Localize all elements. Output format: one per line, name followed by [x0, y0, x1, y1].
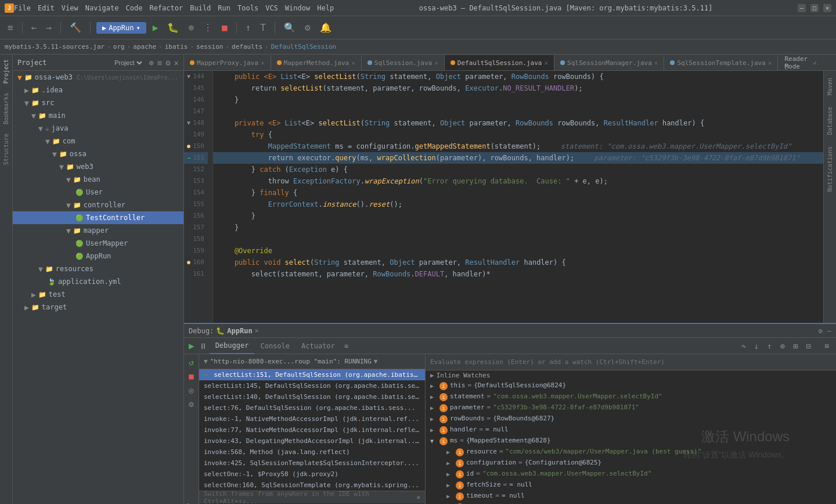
tab-close5[interactable]: ✕: [654, 59, 658, 67]
var-rowbounds[interactable]: ▶ i rowBounds = {RowBounds@6827}: [426, 413, 836, 424]
tab-close4[interactable]: ✕: [544, 59, 548, 67]
tree-item-resources[interactable]: ▼ 📁 resources: [13, 262, 183, 275]
tab-debugger[interactable]: Debugger: [210, 338, 255, 354]
debug-restore[interactable]: ⊟: [803, 340, 813, 352]
run-debug-btn[interactable]: 🐛: [164, 20, 182, 35]
tree-item-controller[interactable]: ▼ 📁 controller: [13, 199, 183, 211]
var-handler[interactable]: ▶ i handler = = null: [426, 424, 836, 435]
tree-item-mapper[interactable]: ▼ 📁 mapper: [13, 224, 183, 237]
menu-edit[interactable]: Edit: [38, 4, 55, 12]
run-button[interactable]: ▶ AppRun ▾: [96, 22, 146, 34]
breadcrumb-defaults[interactable]: defaults: [232, 43, 262, 51]
menu-help[interactable]: Help: [317, 4, 334, 12]
menu-navigate[interactable]: Navigate: [85, 4, 119, 12]
var-expand-icon10[interactable]: ▶: [446, 482, 453, 488]
debug-breakpoint[interactable]: ●: [187, 141, 190, 152]
run-dropdown-icon[interactable]: ▾: [136, 24, 140, 32]
tree-item-ossa[interactable]: ▼ 📁 ossa: [13, 147, 183, 160]
minimize-button[interactable]: —: [798, 4, 806, 12]
debug-mute-btn[interactable]: ◎: [188, 384, 194, 396]
fold-arrow[interactable]: ▼: [187, 71, 190, 82]
expression-input[interactable]: [430, 358, 831, 366]
tree-item-apprun[interactable]: 🟢 AppRun: [13, 250, 183, 262]
var-expand-icon6[interactable]: ▼: [430, 438, 437, 444]
tree-item-bean[interactable]: ▼ 📁 bean: [13, 173, 183, 186]
menu-file[interactable]: File: [14, 4, 31, 12]
frame-7[interactable]: invoke:568, Method (java.lang.reflect): [199, 447, 425, 458]
debug-resume-btn[interactable]: ▶: [186, 340, 197, 351]
run-play-btn[interactable]: ▶: [150, 20, 161, 35]
debug-step-over[interactable]: ↷: [738, 340, 748, 352]
toolbar-vcs-btn[interactable]: ↑: [243, 20, 254, 35]
tab-defaultsqlsession[interactable]: DefaultSqlSession.java ✕: [445, 55, 554, 70]
maven-label[interactable]: Maven: [826, 73, 834, 100]
debug-settings-icon[interactable]: ⚙: [819, 327, 823, 335]
toolbar-translate-btn[interactable]: T: [257, 20, 269, 35]
structure-label[interactable]: Structure: [2, 129, 10, 170]
var-expand-icon5[interactable]: ▶: [430, 427, 437, 433]
var-fetchsize[interactable]: ▶ i fetchSize = = null: [442, 480, 836, 491]
tab-sqlsessionmanager[interactable]: SqlSessionManager.java ✕: [554, 55, 664, 70]
debug-close-x[interactable]: ✕: [255, 327, 259, 334]
debug-step-into[interactable]: ↓: [752, 340, 761, 352]
sidebar-close-icon[interactable]: ✕: [174, 58, 179, 67]
tab-close6[interactable]: ✕: [768, 59, 772, 67]
tab-actuator[interactable]: Actuator: [296, 338, 341, 354]
var-resource[interactable]: ▶ i resource = "com/ossa/web3/mapper/Use…: [442, 447, 836, 458]
frame-3[interactable]: select:76, DefaultSqlSession (org.apache…: [199, 402, 425, 413]
tree-item-user[interactable]: 🟢 User: [13, 186, 183, 199]
frame-0[interactable]: → selectList:151, DefaultSqlSession (org…: [199, 369, 425, 380]
tree-item-web3[interactable]: ▼ 📁 web3: [13, 160, 183, 173]
breadcrumb-apache[interactable]: apache: [133, 43, 156, 51]
breadcrumb-session[interactable]: session: [196, 43, 223, 51]
tree-item-main[interactable]: ▼ 📁 main: [13, 109, 183, 122]
var-expand-icon[interactable]: ▶: [430, 383, 437, 389]
tab-close3[interactable]: ✕: [434, 59, 438, 67]
toolbar-forward-btn[interactable]: →: [43, 20, 55, 35]
debug-pause-icon[interactable]: ⏸: [197, 341, 210, 351]
code-editor[interactable]: public <E> List<E> selectList(String sta…: [213, 71, 823, 323]
var-ms[interactable]: ▼ i ms = {MappedStatement@6828}: [426, 435, 836, 447]
maximize-button[interactable]: □: [810, 4, 819, 12]
frame-5[interactable]: invoke:77, NativeMethodAccessorImpl (jdk…: [199, 424, 425, 435]
menu-window[interactable]: Window: [285, 4, 310, 12]
toolbar-back-btn[interactable]: ←: [28, 20, 40, 35]
debug-stop-btn[interactable]: ■: [188, 370, 194, 382]
var-timeout[interactable]: ▶ i timeout = = null: [442, 491, 836, 502]
code-container[interactable]: ▼ 144 145 146 147 ▼ 148 149 ● 150: [184, 71, 836, 323]
project-view-select[interactable]: Project: [112, 59, 144, 67]
var-id[interactable]: ▶ i id = "com.ossa.web3.mapper.UserMappe…: [442, 469, 836, 480]
menu-code[interactable]: Code: [126, 4, 143, 12]
debug-layout-icon[interactable]: ⊞: [825, 342, 829, 350]
frame-2[interactable]: selectList:140, DefaultSqlSession (org.a…: [199, 391, 425, 402]
sidebar-gear-icon[interactable]: ⚙: [165, 58, 170, 67]
toolbar-settings-btn[interactable]: ⚙: [302, 20, 314, 35]
tree-item-idea[interactable]: ▶ 📁 .idea: [13, 84, 183, 96]
menu-refactor[interactable]: Refactor: [149, 4, 183, 12]
toolbar-search-btn[interactable]: 🔍: [281, 20, 298, 35]
frame-1[interactable]: selectList:145, DefaultSqlSession (org.a…: [199, 380, 425, 391]
inline-watches-header[interactable]: ▶ Inline Watches: [426, 370, 836, 380]
menu-view[interactable]: View: [62, 4, 78, 12]
run-coverage-btn[interactable]: ⊕: [185, 20, 197, 35]
tab-close[interactable]: ✕: [261, 59, 265, 67]
menu-run[interactable]: Run: [218, 4, 230, 12]
notifications-label[interactable]: Notifications: [826, 142, 834, 196]
debug-minimize-icon[interactable]: —: [827, 327, 831, 335]
tree-item-java[interactable]: ▼ ☕ java: [13, 122, 183, 135]
var-expand-icon7[interactable]: ▶: [446, 449, 453, 455]
tab-mappermethod[interactable]: MapperMethod.java ✕: [271, 55, 362, 70]
bookmarks-label[interactable]: Bookmarks: [2, 88, 10, 129]
debug-table-view[interactable]: ⊞: [791, 340, 800, 352]
breadcrumb-class[interactable]: DefaultSqlSession: [271, 43, 337, 51]
sidebar-collapse-icon[interactable]: ≡: [157, 58, 162, 67]
tree-item-usermapper[interactable]: 🟢 UserMapper: [13, 237, 183, 250]
debug-run-cursor[interactable]: ⊕: [777, 340, 787, 352]
var-configuration[interactable]: ▶ i configuration = {Configuration@6825}: [442, 458, 836, 469]
tree-item-src[interactable]: ▼ 📁 src: [13, 96, 183, 109]
thread-filter-icon[interactable]: ▼: [204, 358, 208, 365]
var-expand-icon8[interactable]: ▶: [446, 460, 453, 466]
toolbar-notifications-btn[interactable]: 🔔: [317, 20, 334, 35]
debug-settings-side-btn[interactable]: ⚙: [188, 398, 194, 410]
toolbar-project-btn[interactable]: ≡: [5, 20, 16, 35]
